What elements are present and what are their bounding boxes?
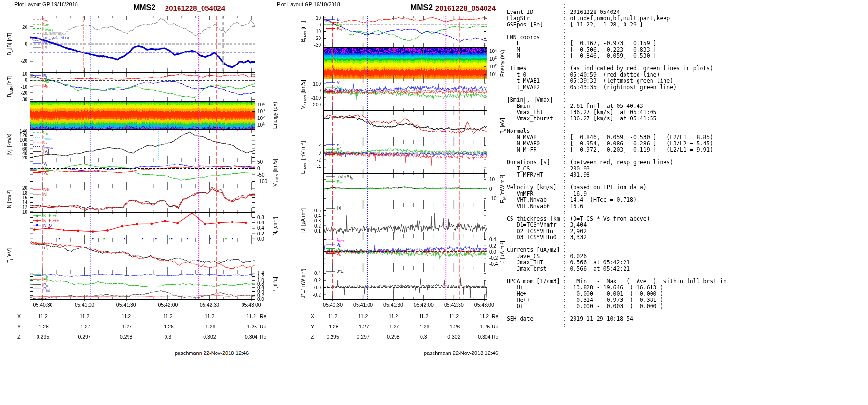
middle-figure-plots-canvas bbox=[272, 0, 512, 308]
position-value: 11.2 bbox=[376, 314, 410, 319]
position-value: 0.302 bbox=[193, 334, 227, 340]
time-tick-label: 05:40:30 bbox=[317, 302, 349, 308]
position-value: -1.28 bbox=[316, 324, 350, 329]
position-unit: Re bbox=[260, 324, 266, 329]
position-value: -1.26 bbox=[407, 324, 440, 329]
time-tick-label: 05:40:30 bbox=[26, 302, 59, 308]
figure-footer: paschmann 22-Nov-2018 12:46 bbox=[159, 350, 265, 356]
position-value: -1.27 bbox=[346, 324, 380, 329]
position-value: 11.2 bbox=[26, 314, 60, 319]
event-info-text: : Event ID : 20161228_054024 FlagStr : o… bbox=[503, 3, 866, 328]
position-value: 11.2 bbox=[193, 314, 227, 319]
position-row-label: Y bbox=[311, 324, 314, 329]
position-value: 0.295 bbox=[316, 334, 350, 340]
time-tick-label: 05:41:00 bbox=[347, 302, 380, 308]
position-unit: Re bbox=[260, 314, 266, 319]
position-value: -1.27 bbox=[376, 324, 410, 329]
time-tick-label: 05:41:30 bbox=[110, 302, 142, 308]
time-tick-label: 05:42:30 bbox=[193, 302, 226, 308]
figure-electron-field-overview: Plot Layout GP 19/10/2018 MMS2 20161228_… bbox=[272, 0, 512, 405]
position-row-label: Z bbox=[17, 334, 20, 340]
position-value: 11.2 bbox=[109, 314, 143, 319]
time-tick-label: 05:42:00 bbox=[152, 302, 184, 308]
position-value: 0.3 bbox=[151, 334, 185, 340]
position-value: 0.295 bbox=[26, 334, 60, 340]
position-unit: Re bbox=[492, 334, 498, 340]
event-id-heading: 20161228_054024 bbox=[434, 4, 496, 12]
position-value: 0.298 bbox=[376, 334, 410, 340]
mms-event-overview-page: Plot Layout GP 19/10/2018 MMS2 20161228_… bbox=[0, 0, 868, 405]
plot-layout-label: Plot Layout GP 19/10/2018 bbox=[277, 1, 340, 7]
position-unit: Re bbox=[260, 334, 266, 340]
position-value: 0.298 bbox=[109, 334, 143, 340]
position-value: 0.297 bbox=[346, 334, 380, 340]
position-value: -1.26 bbox=[437, 324, 471, 329]
position-value: -1.27 bbox=[68, 324, 102, 329]
position-value: 11.2 bbox=[68, 314, 102, 319]
time-tick-label: 05:42:30 bbox=[437, 302, 470, 308]
position-value: -1.26 bbox=[193, 324, 227, 329]
position-row-label: X bbox=[311, 314, 314, 319]
position-value: 11.2 bbox=[316, 314, 350, 319]
figure-ion-overview: Plot Layout GP 19/10/2018 MMS2 20161228_… bbox=[0, 0, 289, 405]
time-tick-label: 05:43:00 bbox=[235, 302, 268, 308]
figure-footer: paschmann 22-Nov-2018 12:46 bbox=[408, 350, 514, 356]
position-unit: Re bbox=[492, 324, 498, 329]
position-row-label: Z bbox=[311, 334, 314, 340]
position-value: -1.27 bbox=[109, 324, 143, 329]
event-info-panel: : Event ID : 20161228_054024 FlagStr : o… bbox=[500, 1, 866, 404]
plot-layout-label: Plot Layout GP 19/10/2018 bbox=[14, 1, 78, 7]
position-value: 11.2 bbox=[437, 314, 471, 319]
position-value: -1.28 bbox=[26, 324, 60, 329]
time-tick-label: 05:42:00 bbox=[407, 302, 440, 308]
position-value: 11.2 bbox=[346, 314, 380, 319]
position-value: 11.2 bbox=[151, 314, 185, 319]
position-value: 0.302 bbox=[437, 334, 471, 340]
position-value: 11.2 bbox=[407, 314, 440, 319]
position-row-label: X bbox=[17, 314, 21, 319]
position-value: 0.297 bbox=[68, 334, 102, 340]
position-row-label: Y bbox=[17, 324, 21, 329]
event-id-heading: 20161228_054024 bbox=[164, 4, 225, 12]
spacecraft-title: MMS2 bbox=[118, 3, 171, 12]
left-figure-plots-canvas bbox=[0, 0, 289, 308]
position-value: 0.3 bbox=[407, 334, 440, 340]
time-tick-label: 05:41:30 bbox=[377, 302, 409, 308]
time-tick-label: 05:43:00 bbox=[468, 302, 500, 308]
time-tick-label: 05:41:00 bbox=[68, 302, 101, 308]
position-value: -1.26 bbox=[151, 324, 185, 329]
position-unit: Re bbox=[492, 314, 498, 319]
